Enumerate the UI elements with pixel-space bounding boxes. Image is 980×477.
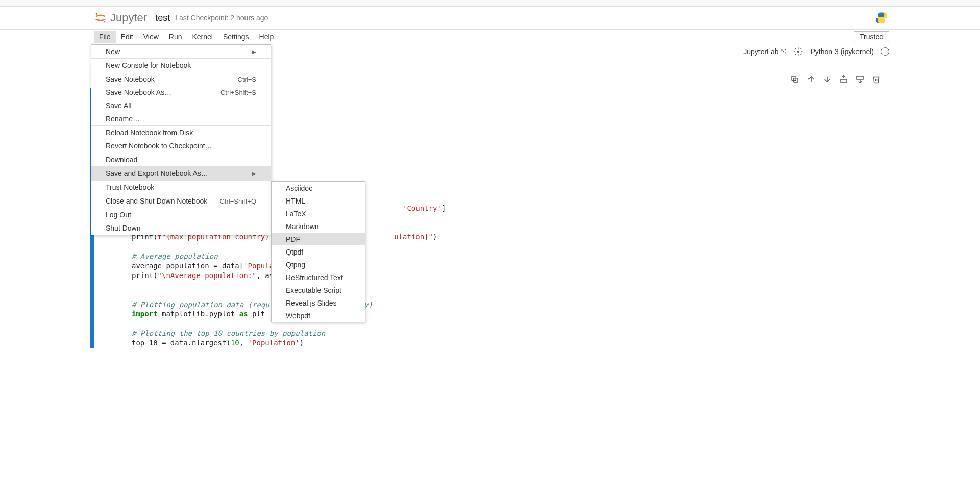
menu-settings[interactable]: Settings [218,31,254,43]
svg-point-3 [797,51,800,53]
menu-item-label: New [106,47,120,56]
logo[interactable]: Jupyter [94,11,147,24]
menu-item-reload-notebook-from-disk[interactable]: Reload Notebook from Disk [91,126,271,139]
menu-item-save-and-export-notebook-as[interactable]: Save and Export Notebook As…▶ [91,167,271,180]
menu-item-label: Save Notebook [106,75,155,83]
chevron-right-icon: ▶ [252,49,256,55]
menu-item-label: New Console for Notebook [106,61,191,69]
menu-item-label: Download [106,156,137,164]
menu-item-save-notebook-as[interactable]: Save Notebook As…Ctrl+Shift+S [91,86,271,99]
trusted-badge[interactable]: Trusted [854,31,889,42]
menu-file[interactable]: File [94,31,116,43]
menu-edit[interactable]: Edit [116,31,138,43]
insert-below-icon[interactable] [855,74,865,84]
export-reveal-js-slides[interactable]: Reveal.js Slides [272,296,365,309]
menu-item-new-console-for-notebook[interactable]: New Console for Notebook [91,59,271,72]
kernel-status-icon[interactable] [881,47,889,56]
svg-rect-11 [857,76,863,79]
debug-icon[interactable] [794,47,803,56]
file-name[interactable]: test [155,13,170,23]
menu-item-label: Log Out [106,211,131,219]
menu-view[interactable]: View [138,31,164,43]
menu-kernel[interactable]: Kernel [187,31,217,43]
menu-item-download[interactable]: Download [91,153,271,166]
menu-item-new[interactable]: New▶ [91,45,271,58]
insert-above-icon[interactable] [839,74,848,84]
jupyterlab-link[interactable]: JupyterLab [743,47,787,56]
move-up-icon[interactable] [806,74,816,84]
menu-item-label: Save and Export Notebook As… [106,169,208,178]
export-qtpdf[interactable]: Qtpdf [272,245,365,258]
svg-line-2 [783,49,786,53]
export-markdown[interactable]: Markdown [272,220,365,233]
checkpoint-text: Last Checkpoint: 2 hours ago [175,14,268,22]
duplicate-icon[interactable] [790,74,799,84]
svg-rect-9 [841,79,847,82]
export-pdf[interactable]: PDF [272,233,365,245]
kernel-name[interactable]: Python 3 (ipykernel) [810,47,874,56]
export-latex[interactable]: LaTeX [272,207,365,220]
export-webpdf[interactable]: Webpdf [272,309,365,322]
move-down-icon[interactable] [823,74,832,84]
chevron-right-icon: ▶ [252,171,256,177]
menu-item-save-all[interactable]: Save All [91,99,271,112]
menu-run[interactable]: Run [164,31,187,43]
header: Jupyter test Last Checkpoint: 2 hours ag… [0,7,980,30]
svg-point-0 [96,13,97,15]
menu-item-save-notebook[interactable]: Save NotebookCtrl+S [91,72,271,86]
menu-item-label: Save Notebook As… [106,88,172,96]
menu-item-label: Revert Notebook to Checkpoint… [106,142,212,150]
jupyter-logo-icon [94,11,107,24]
menu-item-label: Trust Notebook [106,183,154,191]
export-html[interactable]: HTML [272,194,365,207]
top-blank-bar [0,0,980,7]
logo-text: Jupyter [110,11,147,24]
delete-icon[interactable] [872,74,881,84]
export-asciidoc[interactable]: Asciidoc [272,182,365,194]
menu-item-label: Rename… [106,115,140,123]
menu-item-label: Reload Notebook from Disk [106,129,193,137]
svg-point-1 [104,21,105,22]
menu-item-label: Save All [106,102,132,110]
menu-item-close-and-shut-down-notebook[interactable]: Close and Shut Down NotebookCtrl+Shift+Q [91,194,271,208]
export-executable-script[interactable]: Executable Script [272,284,365,296]
menubar: FileEditViewRunKernelSettingsHelp Truste… [0,30,980,44]
menu-item-revert-notebook-to-checkpoint[interactable]: Revert Notebook to Checkpoint… [91,139,271,153]
menu-item-trust-notebook[interactable]: Trust Notebook [91,181,271,194]
file-menu-dropdown: New▶New Console for NotebookSave Noteboo… [91,44,271,235]
menu-item-log-out[interactable]: Log Out [91,208,271,221]
menu-item-label: Shut Down [106,224,140,232]
menu-shortcut: Ctrl+S [238,76,256,83]
menu-shortcut: Ctrl+Shift+Q [219,197,256,205]
external-link-icon [780,48,787,55]
menu-help[interactable]: Help [254,31,279,43]
menu-item-label: Close and Shut Down Notebook [106,197,207,205]
jupyterlab-label: JupyterLab [743,47,778,56]
menu-item-rename[interactable]: Rename… [91,112,271,125]
menu-shortcut: Ctrl+Shift+S [220,89,256,96]
python-logo-icon [875,11,888,24]
export-submenu: AsciidocHTMLLaTeXMarkdownPDFQtpdfQtpngRe… [271,181,365,322]
export-qtpng[interactable]: Qtpng [272,258,365,271]
export-restructured-text[interactable]: ReStructured Text [272,271,365,284]
menu-item-shut-down[interactable]: Shut Down [91,221,271,235]
